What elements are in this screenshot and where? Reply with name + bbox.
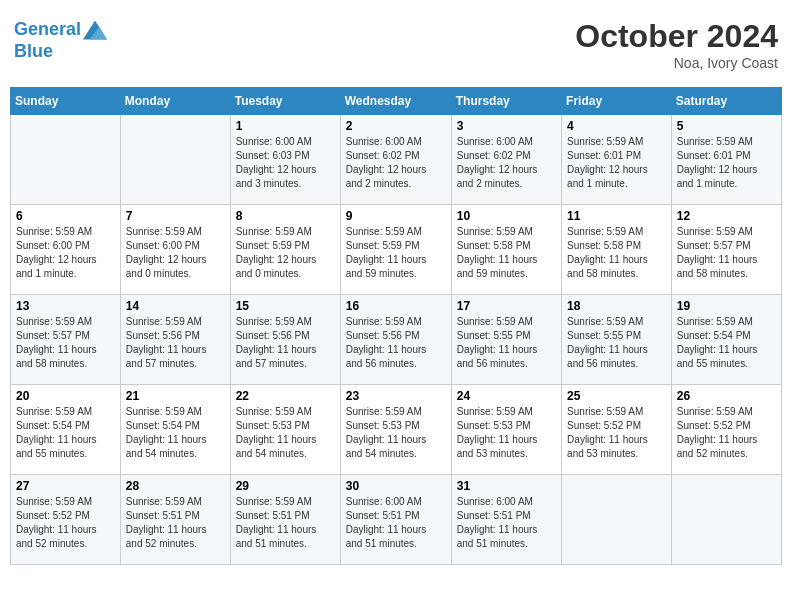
day-number: 1 (236, 119, 335, 133)
calendar-cell: 16Sunrise: 5:59 AM Sunset: 5:56 PM Dayli… (340, 295, 451, 385)
day-info: Sunrise: 5:59 AM Sunset: 5:56 PM Dayligh… (126, 315, 225, 371)
calendar-cell: 2Sunrise: 6:00 AM Sunset: 6:02 PM Daylig… (340, 115, 451, 205)
day-info: Sunrise: 5:59 AM Sunset: 5:58 PM Dayligh… (567, 225, 666, 281)
day-number: 21 (126, 389, 225, 403)
calendar-cell: 31Sunrise: 6:00 AM Sunset: 5:51 PM Dayli… (451, 475, 561, 565)
calendar-week-row: 6Sunrise: 5:59 AM Sunset: 6:00 PM Daylig… (11, 205, 782, 295)
day-number: 14 (126, 299, 225, 313)
day-number: 5 (677, 119, 776, 133)
calendar-cell: 27Sunrise: 5:59 AM Sunset: 5:52 PM Dayli… (11, 475, 121, 565)
page-header: General Blue October 2024 Noa, Ivory Coa… (10, 10, 782, 79)
day-info: Sunrise: 5:59 AM Sunset: 6:00 PM Dayligh… (16, 225, 115, 281)
day-number: 10 (457, 209, 556, 223)
calendar-cell (11, 115, 121, 205)
day-info: Sunrise: 5:59 AM Sunset: 6:00 PM Dayligh… (126, 225, 225, 281)
title-area: October 2024 Noa, Ivory Coast (575, 18, 778, 71)
day-info: Sunrise: 5:59 AM Sunset: 5:52 PM Dayligh… (677, 405, 776, 461)
day-number: 22 (236, 389, 335, 403)
calendar-week-row: 1Sunrise: 6:00 AM Sunset: 6:03 PM Daylig… (11, 115, 782, 205)
day-header-tuesday: Tuesday (230, 88, 340, 115)
calendar-cell (120, 115, 230, 205)
day-header-sunday: Sunday (11, 88, 121, 115)
day-info: Sunrise: 5:59 AM Sunset: 5:52 PM Dayligh… (16, 495, 115, 551)
logo-blue-text: Blue (14, 42, 107, 62)
day-number: 2 (346, 119, 446, 133)
day-info: Sunrise: 5:59 AM Sunset: 5:53 PM Dayligh… (457, 405, 556, 461)
calendar-cell: 15Sunrise: 5:59 AM Sunset: 5:56 PM Dayli… (230, 295, 340, 385)
day-info: Sunrise: 5:59 AM Sunset: 5:52 PM Dayligh… (567, 405, 666, 461)
calendar-cell: 28Sunrise: 5:59 AM Sunset: 5:51 PM Dayli… (120, 475, 230, 565)
day-info: Sunrise: 5:59 AM Sunset: 5:54 PM Dayligh… (16, 405, 115, 461)
calendar-cell (562, 475, 672, 565)
calendar-week-row: 27Sunrise: 5:59 AM Sunset: 5:52 PM Dayli… (11, 475, 782, 565)
calendar-cell: 14Sunrise: 5:59 AM Sunset: 5:56 PM Dayli… (120, 295, 230, 385)
day-header-wednesday: Wednesday (340, 88, 451, 115)
day-number: 3 (457, 119, 556, 133)
logo-text: General (14, 20, 81, 40)
day-info: Sunrise: 5:59 AM Sunset: 5:51 PM Dayligh… (236, 495, 335, 551)
day-number: 27 (16, 479, 115, 493)
day-info: Sunrise: 5:59 AM Sunset: 5:58 PM Dayligh… (457, 225, 556, 281)
days-header-row: SundayMondayTuesdayWednesdayThursdayFrid… (11, 88, 782, 115)
calendar-cell (671, 475, 781, 565)
day-info: Sunrise: 6:00 AM Sunset: 5:51 PM Dayligh… (346, 495, 446, 551)
calendar-cell: 18Sunrise: 5:59 AM Sunset: 5:55 PM Dayli… (562, 295, 672, 385)
day-info: Sunrise: 5:59 AM Sunset: 5:55 PM Dayligh… (567, 315, 666, 371)
day-number: 12 (677, 209, 776, 223)
day-info: Sunrise: 5:59 AM Sunset: 5:54 PM Dayligh… (126, 405, 225, 461)
calendar-cell: 25Sunrise: 5:59 AM Sunset: 5:52 PM Dayli… (562, 385, 672, 475)
day-info: Sunrise: 5:59 AM Sunset: 5:57 PM Dayligh… (677, 225, 776, 281)
day-header-monday: Monday (120, 88, 230, 115)
day-info: Sunrise: 5:59 AM Sunset: 5:59 PM Dayligh… (236, 225, 335, 281)
calendar-cell: 1Sunrise: 6:00 AM Sunset: 6:03 PM Daylig… (230, 115, 340, 205)
day-info: Sunrise: 6:00 AM Sunset: 5:51 PM Dayligh… (457, 495, 556, 551)
calendar-week-row: 20Sunrise: 5:59 AM Sunset: 5:54 PM Dayli… (11, 385, 782, 475)
calendar-cell: 20Sunrise: 5:59 AM Sunset: 5:54 PM Dayli… (11, 385, 121, 475)
day-number: 15 (236, 299, 335, 313)
calendar-cell: 4Sunrise: 5:59 AM Sunset: 6:01 PM Daylig… (562, 115, 672, 205)
logo-icon (83, 18, 107, 42)
day-info: Sunrise: 5:59 AM Sunset: 5:56 PM Dayligh… (346, 315, 446, 371)
day-number: 29 (236, 479, 335, 493)
calendar-table: SundayMondayTuesdayWednesdayThursdayFrid… (10, 87, 782, 565)
calendar-cell: 9Sunrise: 5:59 AM Sunset: 5:59 PM Daylig… (340, 205, 451, 295)
day-info: Sunrise: 5:59 AM Sunset: 5:56 PM Dayligh… (236, 315, 335, 371)
calendar-cell: 5Sunrise: 5:59 AM Sunset: 6:01 PM Daylig… (671, 115, 781, 205)
day-number: 8 (236, 209, 335, 223)
calendar-cell: 6Sunrise: 5:59 AM Sunset: 6:00 PM Daylig… (11, 205, 121, 295)
calendar-cell: 29Sunrise: 5:59 AM Sunset: 5:51 PM Dayli… (230, 475, 340, 565)
day-number: 6 (16, 209, 115, 223)
calendar-cell: 21Sunrise: 5:59 AM Sunset: 5:54 PM Dayli… (120, 385, 230, 475)
day-header-saturday: Saturday (671, 88, 781, 115)
day-info: Sunrise: 5:59 AM Sunset: 5:51 PM Dayligh… (126, 495, 225, 551)
day-header-thursday: Thursday (451, 88, 561, 115)
calendar-cell: 26Sunrise: 5:59 AM Sunset: 5:52 PM Dayli… (671, 385, 781, 475)
calendar-cell: 17Sunrise: 5:59 AM Sunset: 5:55 PM Dayli… (451, 295, 561, 385)
day-info: Sunrise: 5:59 AM Sunset: 5:54 PM Dayligh… (677, 315, 776, 371)
calendar-cell: 22Sunrise: 5:59 AM Sunset: 5:53 PM Dayli… (230, 385, 340, 475)
calendar-cell: 12Sunrise: 5:59 AM Sunset: 5:57 PM Dayli… (671, 205, 781, 295)
logo: General Blue (14, 18, 107, 62)
calendar-week-row: 13Sunrise: 5:59 AM Sunset: 5:57 PM Dayli… (11, 295, 782, 385)
day-info: Sunrise: 6:00 AM Sunset: 6:02 PM Dayligh… (346, 135, 446, 191)
calendar-cell: 11Sunrise: 5:59 AM Sunset: 5:58 PM Dayli… (562, 205, 672, 295)
day-info: Sunrise: 5:59 AM Sunset: 6:01 PM Dayligh… (567, 135, 666, 191)
day-number: 16 (346, 299, 446, 313)
day-info: Sunrise: 5:59 AM Sunset: 5:53 PM Dayligh… (236, 405, 335, 461)
day-info: Sunrise: 6:00 AM Sunset: 6:03 PM Dayligh… (236, 135, 335, 191)
calendar-cell: 7Sunrise: 5:59 AM Sunset: 6:00 PM Daylig… (120, 205, 230, 295)
day-number: 18 (567, 299, 666, 313)
calendar-cell: 8Sunrise: 5:59 AM Sunset: 5:59 PM Daylig… (230, 205, 340, 295)
day-number: 30 (346, 479, 446, 493)
day-number: 20 (16, 389, 115, 403)
day-info: Sunrise: 5:59 AM Sunset: 6:01 PM Dayligh… (677, 135, 776, 191)
day-number: 19 (677, 299, 776, 313)
day-number: 4 (567, 119, 666, 133)
day-number: 31 (457, 479, 556, 493)
day-number: 26 (677, 389, 776, 403)
day-info: Sunrise: 5:59 AM Sunset: 5:53 PM Dayligh… (346, 405, 446, 461)
day-number: 17 (457, 299, 556, 313)
calendar-cell: 19Sunrise: 5:59 AM Sunset: 5:54 PM Dayli… (671, 295, 781, 385)
calendar-cell: 24Sunrise: 5:59 AM Sunset: 5:53 PM Dayli… (451, 385, 561, 475)
day-header-friday: Friday (562, 88, 672, 115)
